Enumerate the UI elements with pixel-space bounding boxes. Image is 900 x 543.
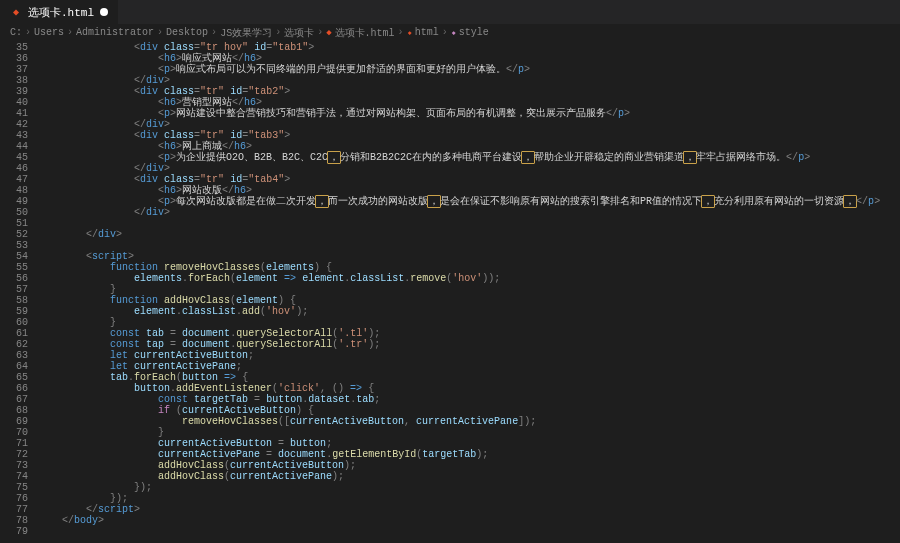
editor-tab[interactable]: ◆ 选项卡.html [0, 0, 119, 24]
breadcrumb-symbol[interactable]: ⬥html [407, 27, 439, 38]
editor[interactable]: 3536373839404142434445464748495051525354… [0, 42, 900, 543]
breadcrumb-segment[interactable]: 选项卡 [284, 26, 314, 40]
breadcrumb-file[interactable]: ◆选项卡.html [326, 26, 394, 40]
chevron-right-icon: › [25, 27, 31, 38]
breadcrumb-segment[interactable]: Desktop [166, 27, 208, 38]
breadcrumb-segment[interactable]: C: [10, 27, 22, 38]
html-file-icon: ◆ [10, 6, 22, 18]
tag-icon: ⬥ [451, 28, 456, 38]
tab-bar: ◆ 选项卡.html [0, 0, 900, 24]
chevron-right-icon: › [317, 27, 323, 38]
chevron-right-icon: › [442, 27, 448, 38]
chevron-right-icon: › [275, 27, 281, 38]
breadcrumb-symbol[interactable]: ⬥style [451, 27, 489, 38]
breadcrumb-segment[interactable]: Users [34, 27, 64, 38]
chevron-right-icon: › [211, 27, 217, 38]
dirty-indicator-icon [100, 8, 108, 16]
breadcrumb-segment[interactable]: Administrator [76, 27, 154, 38]
code-area[interactable]: <div class="tr hov" id="tab1"> <h6>响应式网站… [38, 42, 900, 543]
chevron-right-icon: › [157, 27, 163, 38]
breadcrumb-segment[interactable]: JS效果学习 [220, 26, 272, 40]
tab-filename: 选项卡.html [28, 5, 94, 20]
html-file-icon: ◆ [326, 27, 331, 38]
tag-icon: ⬥ [407, 28, 412, 38]
chevron-right-icon: › [67, 27, 73, 38]
chevron-right-icon: › [398, 27, 404, 38]
breadcrumb[interactable]: C:› Users› Administrator› Desktop› JS效果学… [0, 24, 900, 42]
line-number-gutter: 3536373839404142434445464748495051525354… [0, 42, 38, 543]
